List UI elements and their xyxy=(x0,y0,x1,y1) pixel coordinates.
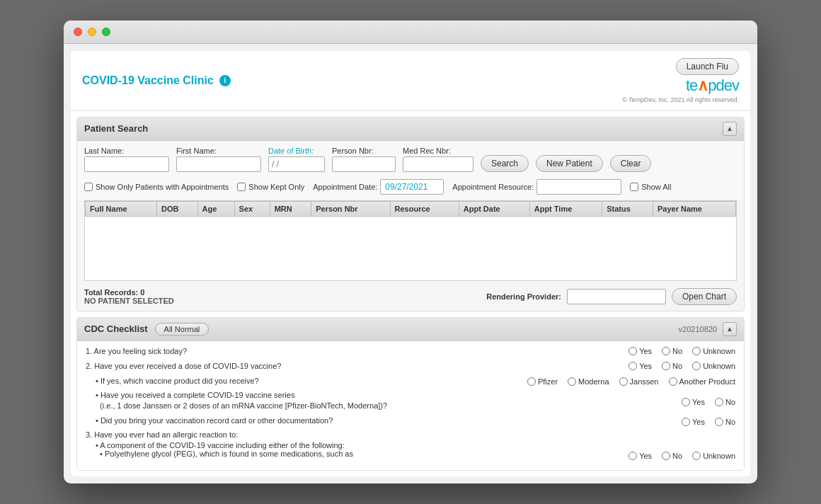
close-button[interactable] xyxy=(74,28,82,36)
search-button[interactable]: Search xyxy=(481,155,529,172)
q2-options: Yes No Unknown xyxy=(628,362,735,370)
q2a-pfizer-radio[interactable] xyxy=(527,377,536,386)
appointment-resource-input[interactable] xyxy=(536,179,621,195)
col-appt-time[interactable]: Appt Time xyxy=(529,201,602,216)
last-name-input[interactable] xyxy=(84,156,169,172)
show-kept-only-label: Show Kept Only xyxy=(248,183,304,191)
q1-no-label: No xyxy=(672,347,682,355)
cdc-question-2: 2. Have you ever received a dose of COVI… xyxy=(86,362,735,372)
q1-unknown-radio[interactable] xyxy=(692,347,701,355)
col-payer-name[interactable]: Payer Name xyxy=(653,201,735,216)
patient-search-header[interactable]: Patient Search ▲ xyxy=(77,118,744,141)
q2-text: 2. Have you ever received a dose of COVI… xyxy=(86,362,281,370)
q1-no-radio[interactable] xyxy=(662,347,670,355)
q3-no: No xyxy=(662,452,682,460)
col-mrn[interactable]: MRN xyxy=(270,201,311,216)
maximize-button[interactable] xyxy=(102,28,110,36)
cdc-question-2c: • Did you bring your vaccination record … xyxy=(86,416,735,427)
q1-options: Yes No Unknown xyxy=(628,347,735,355)
dob-label: Date of Birth: xyxy=(268,147,325,155)
q1-unknown-label: Unknown xyxy=(703,347,735,355)
q2c-yes-label: Yes xyxy=(692,418,705,426)
person-nbr-label: Person Nbr: xyxy=(332,147,396,155)
q3-yes: Yes xyxy=(628,452,652,460)
q1-yes-label: Yes xyxy=(639,347,652,355)
appointment-date-label: Appointment Date: xyxy=(313,183,377,191)
q2a-janssen-radio[interactable] xyxy=(619,377,628,386)
dob-input[interactable] xyxy=(268,156,325,172)
search-row-1: Last Name: First Name: Date of Birth: Pe… xyxy=(84,147,737,172)
q1-yes-radio[interactable] xyxy=(628,347,637,355)
launch-flu-button[interactable]: Launch Flu xyxy=(676,58,739,75)
col-dob[interactable]: DOB xyxy=(156,201,197,216)
show-all-checkbox[interactable] xyxy=(630,183,638,191)
col-person-nbr[interactable]: Person Nbr xyxy=(311,201,390,216)
col-status[interactable]: Status xyxy=(602,201,653,216)
q2a-another-radio[interactable] xyxy=(669,377,677,386)
col-sex[interactable]: Sex xyxy=(234,201,270,216)
q3-no-radio[interactable] xyxy=(662,452,670,460)
show-only-appointments-checkbox[interactable] xyxy=(84,183,93,191)
q2a-another: Another Product xyxy=(669,377,736,386)
first-name-input[interactable] xyxy=(176,156,261,172)
clear-button[interactable]: Clear xyxy=(610,155,652,172)
q2c-no-radio[interactable] xyxy=(715,418,723,426)
q2a-moderna-label: Moderna xyxy=(578,377,609,386)
col-appt-date[interactable]: Appt Date xyxy=(459,201,529,216)
show-all-label: Show All xyxy=(641,183,671,191)
minimize-button[interactable] xyxy=(88,28,96,36)
app-header: COVID-19 Vaccine Clinic i Launch Flu te∧… xyxy=(71,51,750,111)
col-full-name[interactable]: Full Name xyxy=(86,201,157,216)
rendering-provider-label: Rendering Provider: xyxy=(486,292,561,301)
person-nbr-input[interactable] xyxy=(332,156,396,172)
titlebar xyxy=(64,21,757,44)
q3-yes-radio[interactable] xyxy=(628,452,637,460)
app-content: COVID-19 Vaccine Clinic i Launch Flu te∧… xyxy=(71,51,750,477)
q1-text: 1. Are you feeling sick today? xyxy=(86,347,187,355)
results-table: Full Name DOB Age Sex MRN Person Nbr Res… xyxy=(85,201,736,280)
all-normal-button[interactable]: All Normal xyxy=(155,323,209,336)
q2c-yes-radio[interactable] xyxy=(682,418,690,426)
collapse-cdc-button[interactable]: ▲ xyxy=(723,322,737,336)
app-title-group: COVID-19 Vaccine Clinic i xyxy=(82,74,231,87)
q2a-pfizer-label: Pfizer xyxy=(538,377,558,386)
cdc-question-2b: • Have you received a complete COVID-19 … xyxy=(86,390,735,414)
show-all-group: Show All xyxy=(630,183,671,191)
results-footer: Total Records: 0 NO PATIENT SELECTED Ren… xyxy=(77,285,744,311)
q2-no-radio[interactable] xyxy=(662,362,670,370)
open-chart-button[interactable]: Open Chart xyxy=(672,288,737,305)
q2-no-label: No xyxy=(672,362,682,370)
q3-yes-label: Yes xyxy=(639,452,652,460)
cdc-checklist-panel: CDC Checklist All Normal v20210820 ▲ 1. … xyxy=(76,317,745,471)
q3-unknown-radio[interactable] xyxy=(692,452,701,460)
dob-group: Date of Birth: xyxy=(268,147,325,172)
results-table-container: Full Name DOB Age Sex MRN Person Nbr Res… xyxy=(84,200,737,281)
show-only-appointments-group: Show Only Patients with Appointments xyxy=(84,183,229,191)
info-icon[interactable]: i xyxy=(219,75,231,86)
q3-unknown: Unknown xyxy=(692,452,735,460)
med-rec-nbr-input[interactable] xyxy=(403,156,473,172)
last-name-group: Last Name: xyxy=(84,147,169,172)
appointment-date-input[interactable] xyxy=(380,179,444,195)
show-kept-only-checkbox[interactable] xyxy=(237,183,246,191)
q3-sub-text: • A component of the COVID-19 vaccine in… xyxy=(96,441,353,458)
appointment-date-group: Appointment Date: xyxy=(313,179,444,195)
cdc-body: 1. Are you feeling sick today? Yes No xyxy=(77,341,744,471)
first-name-label: First Name: xyxy=(176,147,261,155)
copyright: © TempDev, Inc. 2021 All rights reserved… xyxy=(622,96,739,103)
col-resource[interactable]: Resource xyxy=(390,201,459,216)
q2b-no-radio[interactable] xyxy=(715,398,723,406)
q2-yes-radio[interactable] xyxy=(628,362,637,370)
q2a-options: Pfizer Moderna Janssen Another Prod xyxy=(527,377,735,386)
q2a-moderna-radio[interactable] xyxy=(568,377,576,386)
rendering-provider-input[interactable] xyxy=(567,289,666,304)
new-patient-button[interactable]: New Patient xyxy=(536,155,603,172)
q2-unknown-radio[interactable] xyxy=(692,362,701,370)
q1-unknown: Unknown xyxy=(692,347,735,355)
q2b-yes-radio[interactable] xyxy=(682,398,690,406)
q2a-moderna: Moderna xyxy=(568,377,609,386)
collapse-patient-search-button[interactable]: ▲ xyxy=(723,122,737,136)
q2c-no: No xyxy=(715,418,735,426)
q2a-janssen: Janssen xyxy=(619,377,659,386)
col-age[interactable]: Age xyxy=(197,201,234,216)
